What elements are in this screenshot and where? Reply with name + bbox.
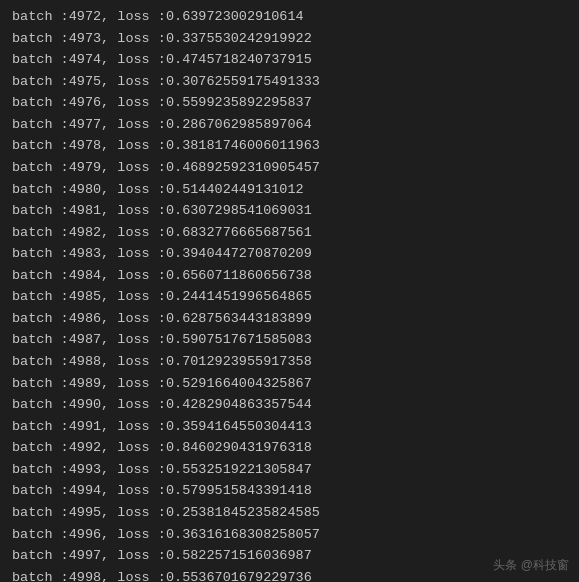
log-line: batch :4973, loss :0.3375530242919922 — [0, 28, 579, 50]
log-line: batch :4997, loss :0.5822571516036987 — [0, 545, 579, 567]
log-line: batch :4987, loss :0.5907517671585083 — [0, 329, 579, 351]
log-line: batch :4976, loss :0.5599235892295837 — [0, 92, 579, 114]
log-line: batch :4986, loss :0.6287563443183899 — [0, 308, 579, 330]
log-line: batch :4995, loss :0.25381845235824585 — [0, 502, 579, 524]
log-line: batch :4979, loss :0.46892592310905457 — [0, 157, 579, 179]
log-container: batch :4972, loss :0.639723002910614batc… — [0, 6, 579, 582]
log-line: batch :4998, loss :0.5536701679229736 — [0, 567, 579, 582]
log-line: batch :4992, loss :0.8460290431976318 — [0, 437, 579, 459]
log-line: batch :4994, loss :0.5799515843391418 — [0, 480, 579, 502]
log-line: batch :4972, loss :0.639723002910614 — [0, 6, 579, 28]
log-line: batch :4984, loss :0.6560711860656738 — [0, 265, 579, 287]
log-line: batch :4980, loss :0.514402449131012 — [0, 179, 579, 201]
terminal-window: batch :4972, loss :0.639723002910614batc… — [0, 0, 579, 582]
log-line: batch :4993, loss :0.5532519221305847 — [0, 459, 579, 481]
log-line: batch :4974, loss :0.4745718240737915 — [0, 49, 579, 71]
log-line: batch :4975, loss :0.30762559175491333 — [0, 71, 579, 93]
log-line: batch :4982, loss :0.6832776665687561 — [0, 222, 579, 244]
log-line: batch :4990, loss :0.4282904863357544 — [0, 394, 579, 416]
log-line: batch :4988, loss :0.7012923955917358 — [0, 351, 579, 373]
log-line: batch :4996, loss :0.36316168308258057 — [0, 524, 579, 546]
log-line: batch :4977, loss :0.2867062985897064 — [0, 114, 579, 136]
log-line: batch :4991, loss :0.3594164550304413 — [0, 416, 579, 438]
log-line: batch :4983, loss :0.3940447270870209 — [0, 243, 579, 265]
log-line: batch :4981, loss :0.6307298541069031 — [0, 200, 579, 222]
log-line: batch :4985, loss :0.2441451996564865 — [0, 286, 579, 308]
log-line: batch :4989, loss :0.5291664004325867 — [0, 373, 579, 395]
log-line: batch :4978, loss :0.38181746006011963 — [0, 135, 579, 157]
watermark: 头条 @科技窗 — [493, 557, 569, 574]
